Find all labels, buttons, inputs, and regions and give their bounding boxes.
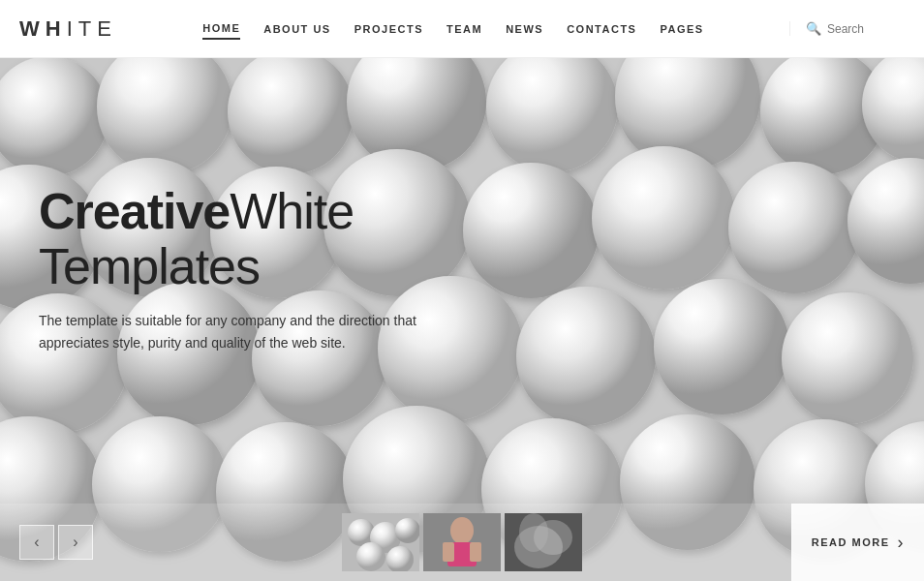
- nav: HOME ABOUT US PROJECTS TEAM NEWS CONTACT…: [202, 18, 703, 40]
- svg-rect-42: [470, 542, 481, 562]
- logo: WHITE: [19, 16, 117, 42]
- hero-title-bold: Creative: [39, 183, 230, 239]
- svg-point-14: [592, 146, 735, 290]
- hero-title: CreativeWhite Templates: [39, 184, 462, 294]
- hero-content: CreativeWhite Templates The template is …: [39, 184, 462, 353]
- svg-point-15: [728, 162, 860, 293]
- header: WHITE HOME ABOUT US PROJECTS TEAM NEWS C…: [0, 0, 924, 58]
- next-arrow-button[interactable]: ›: [58, 525, 93, 560]
- nav-item-contacts[interactable]: CONTACTS: [567, 19, 636, 39]
- thumbnail-2[interactable]: [423, 513, 501, 571]
- thumbnail-3[interactable]: [505, 513, 582, 571]
- prev-arrow-button[interactable]: ‹: [19, 525, 54, 560]
- read-more-arrow-icon: ›: [898, 533, 906, 553]
- search-box: 🔍: [789, 21, 905, 36]
- svg-point-23: [782, 292, 913, 424]
- nav-item-home[interactable]: HOME: [202, 18, 240, 40]
- svg-point-21: [516, 287, 656, 426]
- thumbnail-1[interactable]: [342, 513, 419, 571]
- svg-point-35: [395, 518, 419, 543]
- svg-point-36: [356, 542, 385, 571]
- nav-item-team[interactable]: TEAM: [447, 19, 482, 39]
- hero-subtitle: The template is suitable for any company…: [39, 310, 446, 353]
- bottom-bar: ‹ ›: [0, 504, 924, 581]
- svg-point-22: [654, 279, 789, 414]
- nav-item-projects[interactable]: PROJECTS: [354, 19, 423, 39]
- search-icon: 🔍: [806, 21, 821, 36]
- logo-light: ITE: [67, 16, 117, 41]
- hero-section: CreativeWhite Templates The template is …: [0, 58, 924, 581]
- nav-item-pages[interactable]: PAGES: [660, 19, 703, 39]
- search-input[interactable]: [827, 22, 905, 36]
- svg-point-46: [519, 513, 548, 552]
- slider-nav: ‹ ›: [0, 525, 97, 560]
- svg-point-39: [450, 517, 474, 544]
- nav-item-about[interactable]: ABOUT US: [263, 19, 330, 39]
- nav-item-news[interactable]: NEWS: [506, 19, 543, 39]
- svg-point-13: [463, 163, 599, 298]
- read-more-button[interactable]: READ MORE ›: [791, 504, 924, 581]
- svg-rect-41: [443, 542, 454, 562]
- logo-bold: WH: [19, 16, 67, 41]
- read-more-label: READ MORE: [812, 536, 890, 548]
- slide-thumbnails: [342, 513, 582, 571]
